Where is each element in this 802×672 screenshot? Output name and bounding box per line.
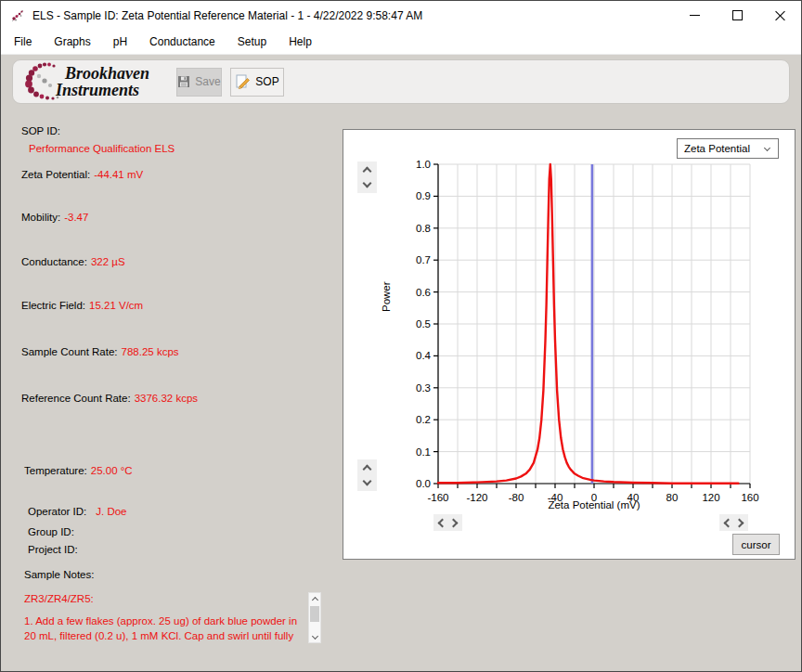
x-pan-left-control[interactable] bbox=[433, 514, 462, 531]
chevron-left-icon bbox=[723, 518, 732, 527]
graph-type-select[interactable]: Zeta Potential bbox=[677, 138, 779, 159]
brand-line2: Instruments bbox=[56, 81, 139, 100]
zeta-potential-label: Zeta Potential: bbox=[21, 169, 90, 180]
graph-panel: Zeta Potential -160-120-80-4004080120160… bbox=[343, 129, 796, 560]
y-scale-spinner-top[interactable] bbox=[357, 162, 377, 193]
close-button[interactable] bbox=[758, 1, 801, 30]
chevron-down-icon bbox=[363, 477, 372, 486]
y-tick-label: 0.9 bbox=[416, 190, 431, 201]
chevron-left-icon bbox=[437, 518, 446, 527]
electric-field-field: Electric Field:15.21 V/cm bbox=[21, 300, 143, 311]
maximize-icon bbox=[732, 10, 743, 20]
project-id-field: Project ID: bbox=[28, 544, 82, 555]
sample-notes-body: 1. Add a few flakes (approx. 25 ug) of d… bbox=[24, 614, 303, 644]
menu-help[interactable]: Help bbox=[278, 35, 323, 48]
group-id-label: Group ID: bbox=[28, 526, 74, 537]
sample-notes-label: Sample Notes: bbox=[24, 569, 94, 580]
toolbar: Brookhaven Instruments Save SOP bbox=[12, 59, 790, 104]
sop-button-label: SOP bbox=[255, 75, 278, 88]
brookhaven-logo: Brookhaven Instruments bbox=[22, 61, 169, 102]
y-tick-label: 0.0 bbox=[416, 478, 431, 489]
close-icon bbox=[775, 10, 785, 20]
menu-graphs[interactable]: Graphs bbox=[43, 35, 101, 48]
notes-scroll-down-button[interactable] bbox=[309, 629, 320, 642]
plot-svg: -160-120-80-40040801201600.00.10.20.30.4… bbox=[399, 158, 778, 520]
mobility-value: -3.47 bbox=[64, 212, 88, 223]
chevron-up-icon bbox=[363, 464, 372, 473]
sample-count-rate-value: 788.25 kcps bbox=[122, 346, 179, 357]
temperature-label: Temperature: bbox=[24, 465, 87, 476]
reference-count-rate-field: Reference Count Rate:3376.32 kcps bbox=[21, 393, 198, 404]
window-controls bbox=[673, 1, 801, 30]
graph-type-selected-value: Zeta Potential bbox=[684, 143, 750, 154]
save-floppy-icon bbox=[177, 75, 190, 88]
notes-scrollbar-thumb[interactable] bbox=[310, 606, 319, 622]
y-tick-label: 0.1 bbox=[416, 446, 431, 458]
mobility-label: Mobility: bbox=[21, 212, 60, 223]
menu-bar: File Graphs pH Conductance Setup Help bbox=[1, 30, 801, 55]
conductance-value: 322 µS bbox=[91, 256, 125, 267]
els-app-window: ELS - Sample ID: Zeta Potential Referenc… bbox=[0, 0, 802, 672]
sop-id-value: Performance Qualification ELS bbox=[29, 143, 175, 154]
chevron-down-icon bbox=[363, 179, 372, 188]
x-tick-label: -160 bbox=[427, 492, 448, 503]
chevron-right-icon bbox=[449, 518, 459, 527]
y-tick-label: 0.8 bbox=[416, 223, 431, 234]
x-pan-right-control[interactable] bbox=[719, 514, 748, 531]
x-axis-title: Zeta Potential (mV) bbox=[483, 499, 705, 510]
window-title: ELS - Sample ID: Zeta Potential Referenc… bbox=[32, 9, 422, 22]
chevron-up-icon bbox=[363, 166, 372, 175]
chevron-down-icon bbox=[311, 632, 317, 639]
conductance-label: Conductance: bbox=[21, 256, 87, 267]
chevron-down-icon bbox=[764, 144, 770, 150]
sop-id-label: SOP ID: bbox=[21, 125, 60, 136]
y-tick-label: 0.4 bbox=[416, 350, 432, 361]
save-button-label: Save bbox=[195, 75, 220, 88]
group-id-field: Group ID: bbox=[28, 526, 78, 537]
y-tick-label: 0.7 bbox=[416, 254, 431, 265]
reference-count-rate-value: 3376.32 kcps bbox=[135, 393, 198, 404]
menu-ph[interactable]: pH bbox=[102, 35, 138, 48]
title-bar: ELS - Sample ID: Zeta Potential Referenc… bbox=[1, 1, 801, 30]
zeta-potential-field: Zeta Potential:-44.41 mV bbox=[21, 169, 143, 180]
notes-scroll-up-button[interactable] bbox=[309, 593, 320, 606]
app-logo-icon bbox=[9, 7, 26, 24]
mobility-field: Mobility:-3.47 bbox=[21, 212, 88, 223]
y-tick-label: 0.5 bbox=[416, 318, 431, 330]
electric-field-value: 15.21 V/cm bbox=[89, 300, 143, 311]
zeta-potential-value: -44.41 mV bbox=[94, 169, 143, 180]
minimize-button[interactable] bbox=[673, 1, 716, 30]
sop-button[interactable]: SOP bbox=[230, 68, 284, 97]
maximize-button[interactable] bbox=[716, 1, 758, 30]
x-tick-label: 160 bbox=[741, 492, 758, 503]
sample-notes-line1: ZR3/ZR4/ZR5: bbox=[24, 593, 94, 604]
menu-setup[interactable]: Setup bbox=[226, 35, 278, 48]
y-tick-label: 0.6 bbox=[416, 287, 431, 298]
operator-id-field: Operator ID:J. Doe bbox=[28, 506, 127, 517]
cursor-button-label: cursor bbox=[742, 539, 771, 550]
y-scale-spinner-bottom[interactable] bbox=[357, 459, 377, 491]
operator-id-value: J. Doe bbox=[96, 506, 126, 517]
electric-field-label: Electric Field: bbox=[21, 300, 85, 311]
sample-count-rate-field: Sample Count Rate:788.25 kcps bbox=[21, 346, 179, 357]
sample-count-rate-label: Sample Count Rate: bbox=[21, 346, 118, 357]
chevron-right-icon bbox=[735, 518, 744, 527]
project-id-label: Project ID: bbox=[28, 544, 78, 555]
sop-pencil-document-icon bbox=[235, 74, 251, 89]
notes-scrollbar[interactable] bbox=[308, 592, 321, 643]
minimize-icon bbox=[690, 15, 700, 16]
menu-conductance[interactable]: Conductance bbox=[138, 35, 226, 48]
chevron-up-icon bbox=[311, 596, 317, 602]
reference-count-rate-label: Reference Count Rate: bbox=[21, 393, 131, 404]
plot-area: -160-120-80-40040801201600.00.10.20.30.4… bbox=[399, 158, 778, 520]
menu-file[interactable]: File bbox=[3, 35, 43, 48]
y-axis-title: Power bbox=[381, 281, 392, 312]
save-button[interactable]: Save bbox=[176, 68, 222, 97]
temperature-field: Temperature:25.00 °C bbox=[24, 465, 133, 476]
operator-id-label: Operator ID: bbox=[28, 506, 86, 517]
cursor-button[interactable]: cursor bbox=[732, 534, 780, 555]
y-tick-label: 1.0 bbox=[416, 159, 431, 170]
y-tick-label: 0.3 bbox=[416, 382, 431, 394]
y-tick-label: 0.2 bbox=[416, 414, 431, 425]
conductance-field: Conductance:322 µS bbox=[21, 256, 125, 267]
